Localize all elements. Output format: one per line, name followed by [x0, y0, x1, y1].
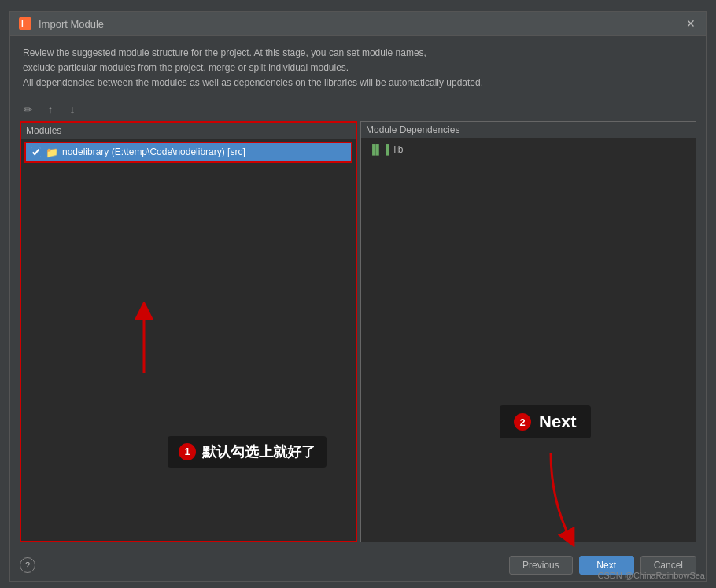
modules-panel: Modules 📁 nodelibrary (E:\temp\Code\node… — [20, 121, 357, 542]
footer-left: ? — [20, 557, 35, 573]
dialog-titlebar: I Import Module ✕ — [10, 12, 706, 36]
svg-text:I: I — [21, 20, 24, 28]
previous-button[interactable]: Previous — [509, 556, 573, 575]
dialog-content: Modules 📁 nodelibrary (E:\temp\Code\node… — [10, 121, 706, 549]
edit-button[interactable]: ✏ — [20, 101, 37, 118]
dialog-title: Import Module — [39, 18, 684, 30]
desc-line2: exclude particular modules from the proj… — [23, 61, 693, 76]
arrow2-svg — [527, 453, 590, 547]
import-module-dialog: I Import Module ✕ Review the suggested m… — [9, 11, 707, 582]
module-item[interactable]: 📁 nodelibrary (E:\temp\Code\nodelibrary)… — [24, 142, 352, 163]
modules-panel-body: 📁 nodelibrary (E:\temp\Code\nodelibrary)… — [21, 139, 356, 541]
module-name: nodelibrary (E:\temp\Code\nodelibrary) [… — [62, 146, 245, 157]
dialog-toolbar: ✏ ↑ ↓ — [10, 98, 706, 121]
move-down-button[interactable]: ↓ — [64, 101, 81, 118]
module-checkbox[interactable] — [31, 147, 41, 157]
desc-line3: All dependencies between the modules as … — [23, 76, 693, 91]
help-button[interactable]: ? — [20, 557, 35, 573]
tooltip2: 2 Next — [500, 405, 591, 438]
folder-icon: 📁 — [46, 146, 58, 158]
dep-item: ▐▌▐ lib — [364, 141, 692, 158]
dialog-icon: I — [18, 17, 32, 31]
modules-panel-header: Modules — [21, 123, 356, 139]
tooltip2-text: Next — [539, 412, 577, 432]
close-button[interactable]: ✕ — [684, 17, 698, 31]
dep-name: lib — [394, 144, 404, 155]
bar-chart-icon: ▐▌▐ — [369, 144, 389, 155]
dependencies-panel-header: Module Dependencies — [361, 122, 696, 138]
move-up-button[interactable]: ↑ — [42, 101, 59, 118]
watermark: CSDN @ChinaRainbowSea — [597, 571, 705, 580]
step2-badge: 2 — [514, 413, 531, 431]
desc-line1: Review the suggested module structure fo… — [23, 46, 693, 61]
dialog-description: Review the suggested module structure fo… — [10, 36, 706, 98]
